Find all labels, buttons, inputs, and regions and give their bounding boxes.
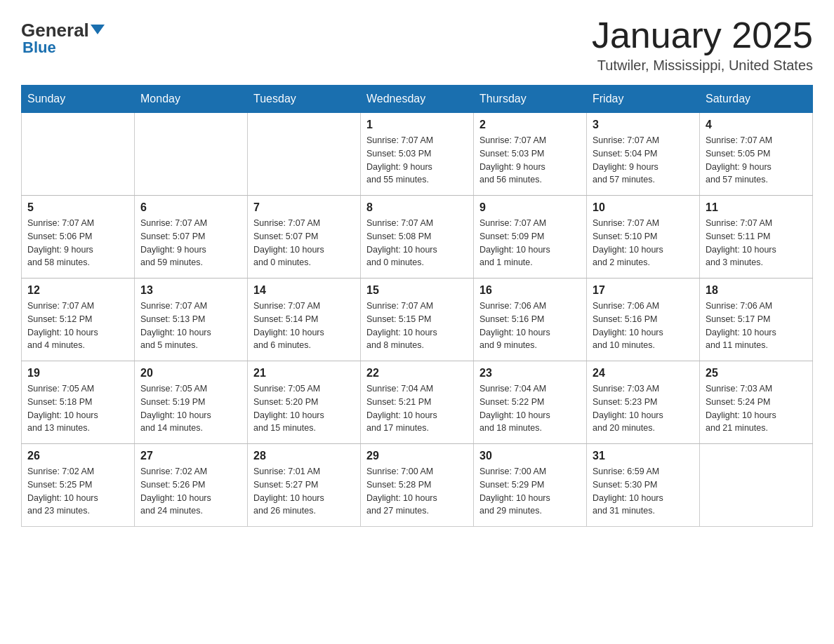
day-info: Sunrise: 7:07 AM Sunset: 5:09 PM Dayligh…	[479, 217, 581, 269]
day-info: Sunrise: 7:07 AM Sunset: 5:11 PM Dayligh…	[706, 217, 807, 269]
calendar-day-cell: 27Sunrise: 7:02 AM Sunset: 5:26 PM Dayli…	[135, 444, 248, 527]
day-info: Sunrise: 7:05 AM Sunset: 5:20 PM Dayligh…	[253, 382, 355, 435]
calendar-day-cell: 15Sunrise: 7:07 AM Sunset: 5:15 PM Dayli…	[361, 279, 474, 361]
calendar-day-cell: 7Sunrise: 7:07 AM Sunset: 5:07 PM Daylig…	[248, 196, 361, 279]
calendar-day-cell: 5Sunrise: 7:07 AM Sunset: 5:06 PM Daylig…	[22, 196, 135, 279]
calendar-header-cell: Wednesday	[361, 86, 474, 113]
calendar-day-cell: 31Sunrise: 6:59 AM Sunset: 5:30 PM Dayli…	[587, 444, 700, 527]
day-info: Sunrise: 7:06 AM Sunset: 5:17 PM Dayligh…	[706, 300, 807, 352]
day-info: Sunrise: 7:03 AM Sunset: 5:23 PM Dayligh…	[593, 382, 694, 435]
calendar-week-row: 12Sunrise: 7:07 AM Sunset: 5:12 PM Dayli…	[22, 279, 813, 361]
calendar-day-cell: 12Sunrise: 7:07 AM Sunset: 5:12 PM Dayli…	[22, 279, 135, 361]
title-area: January 2025 Tutwiler, Mississippi, Unit…	[592, 14, 813, 74]
day-info: Sunrise: 7:07 AM Sunset: 5:14 PM Dayligh…	[253, 300, 355, 352]
calendar-day-cell: 14Sunrise: 7:07 AM Sunset: 5:14 PM Dayli…	[248, 279, 361, 361]
day-number: 3	[593, 119, 694, 131]
logo-arrow-icon	[91, 25, 105, 34]
calendar-header-cell: Monday	[135, 86, 248, 113]
logo: General Blue	[21, 14, 105, 57]
calendar-day-cell: 3Sunrise: 7:07 AM Sunset: 5:04 PM Daylig…	[587, 113, 700, 196]
calendar-day-cell: 17Sunrise: 7:06 AM Sunset: 5:16 PM Dayli…	[587, 279, 700, 361]
calendar-day-cell: 19Sunrise: 7:05 AM Sunset: 5:18 PM Dayli…	[22, 361, 135, 444]
calendar-day-cell: 26Sunrise: 7:02 AM Sunset: 5:25 PM Dayli…	[22, 444, 135, 527]
day-number: 8	[366, 201, 468, 214]
day-info: Sunrise: 7:02 AM Sunset: 5:26 PM Dayligh…	[140, 465, 241, 518]
calendar-header: SundayMondayTuesdayWednesdayThursdayFrid…	[22, 86, 813, 113]
day-number: 27	[140, 450, 241, 462]
day-number: 18	[706, 284, 807, 297]
day-info: Sunrise: 7:07 AM Sunset: 5:10 PM Dayligh…	[593, 217, 694, 269]
calendar-day-cell: 10Sunrise: 7:07 AM Sunset: 5:10 PM Dayli…	[587, 196, 700, 279]
calendar-day-cell	[22, 113, 135, 196]
calendar-day-cell	[248, 113, 361, 196]
calendar-day-cell	[135, 113, 248, 196]
calendar-day-cell: 22Sunrise: 7:04 AM Sunset: 5:21 PM Dayli…	[361, 361, 474, 444]
logo-blue: Blue	[22, 39, 56, 57]
calendar-week-row: 1Sunrise: 7:07 AM Sunset: 5:03 PM Daylig…	[22, 113, 813, 196]
calendar-week-row: 5Sunrise: 7:07 AM Sunset: 5:06 PM Daylig…	[22, 196, 813, 279]
calendar-header-cell: Sunday	[22, 86, 135, 113]
calendar-day-cell: 2Sunrise: 7:07 AM Sunset: 5:03 PM Daylig…	[474, 113, 587, 196]
calendar-header-cell: Thursday	[474, 86, 587, 113]
day-info: Sunrise: 7:07 AM Sunset: 5:06 PM Dayligh…	[27, 217, 128, 269]
day-info: Sunrise: 7:07 AM Sunset: 5:08 PM Dayligh…	[366, 217, 468, 269]
calendar-day-cell: 1Sunrise: 7:07 AM Sunset: 5:03 PM Daylig…	[361, 113, 474, 196]
calendar-day-cell: 28Sunrise: 7:01 AM Sunset: 5:27 PM Dayli…	[248, 444, 361, 527]
day-number: 28	[253, 450, 355, 462]
page-header: General Blue January 2025 Tutwiler, Miss…	[21, 14, 813, 74]
day-number: 6	[140, 201, 241, 214]
day-number: 26	[27, 450, 128, 462]
calendar-day-cell: 6Sunrise: 7:07 AM Sunset: 5:07 PM Daylig…	[135, 196, 248, 279]
day-info: Sunrise: 7:07 AM Sunset: 5:05 PM Dayligh…	[706, 134, 807, 187]
day-number: 9	[479, 201, 581, 214]
calendar-day-cell: 9Sunrise: 7:07 AM Sunset: 5:09 PM Daylig…	[474, 196, 587, 279]
day-number: 17	[593, 284, 694, 297]
day-number: 29	[366, 450, 468, 462]
calendar-day-cell: 25Sunrise: 7:03 AM Sunset: 5:24 PM Dayli…	[700, 361, 813, 444]
day-number: 21	[253, 367, 355, 380]
calendar-header-row: SundayMondayTuesdayWednesdayThursdayFrid…	[22, 86, 813, 113]
day-info: Sunrise: 7:02 AM Sunset: 5:25 PM Dayligh…	[27, 465, 128, 518]
day-number: 10	[593, 201, 694, 214]
day-info: Sunrise: 7:07 AM Sunset: 5:03 PM Dayligh…	[366, 134, 468, 187]
day-number: 7	[253, 201, 355, 214]
day-number: 5	[27, 201, 128, 214]
day-info: Sunrise: 7:04 AM Sunset: 5:21 PM Dayligh…	[366, 382, 468, 435]
calendar-day-cell: 11Sunrise: 7:07 AM Sunset: 5:11 PM Dayli…	[700, 196, 813, 279]
day-number: 19	[27, 367, 128, 380]
day-info: Sunrise: 7:05 AM Sunset: 5:19 PM Dayligh…	[140, 382, 241, 435]
calendar-day-cell: 4Sunrise: 7:07 AM Sunset: 5:05 PM Daylig…	[700, 113, 813, 196]
day-number: 16	[479, 284, 581, 297]
page-title: January 2025	[592, 14, 813, 56]
calendar-header-cell: Saturday	[700, 86, 813, 113]
calendar-day-cell	[700, 444, 813, 527]
day-info: Sunrise: 7:07 AM Sunset: 5:03 PM Dayligh…	[479, 134, 581, 187]
calendar-day-cell: 20Sunrise: 7:05 AM Sunset: 5:19 PM Dayli…	[135, 361, 248, 444]
calendar-header-cell: Friday	[587, 86, 700, 113]
day-info: Sunrise: 7:07 AM Sunset: 5:15 PM Dayligh…	[366, 300, 468, 352]
day-number: 31	[593, 450, 694, 462]
day-info: Sunrise: 7:05 AM Sunset: 5:18 PM Dayligh…	[27, 382, 128, 435]
day-info: Sunrise: 7:03 AM Sunset: 5:24 PM Dayligh…	[706, 382, 807, 435]
calendar-week-row: 26Sunrise: 7:02 AM Sunset: 5:25 PM Dayli…	[22, 444, 813, 527]
day-number: 2	[479, 119, 581, 131]
day-number: 15	[366, 284, 468, 297]
day-info: Sunrise: 7:07 AM Sunset: 5:07 PM Dayligh…	[140, 217, 241, 269]
day-number: 22	[366, 367, 468, 380]
day-info: Sunrise: 6:59 AM Sunset: 5:30 PM Dayligh…	[593, 465, 694, 518]
calendar-day-cell: 18Sunrise: 7:06 AM Sunset: 5:17 PM Dayli…	[700, 279, 813, 361]
calendar-day-cell: 30Sunrise: 7:00 AM Sunset: 5:29 PM Dayli…	[474, 444, 587, 527]
day-number: 24	[593, 367, 694, 380]
day-info: Sunrise: 7:06 AM Sunset: 5:16 PM Dayligh…	[593, 300, 694, 352]
day-info: Sunrise: 7:07 AM Sunset: 5:13 PM Dayligh…	[140, 300, 241, 352]
day-number: 14	[253, 284, 355, 297]
day-info: Sunrise: 7:04 AM Sunset: 5:22 PM Dayligh…	[479, 382, 581, 435]
calendar-table: SundayMondayTuesdayWednesdayThursdayFrid…	[21, 85, 813, 527]
calendar-day-cell: 29Sunrise: 7:00 AM Sunset: 5:28 PM Dayli…	[361, 444, 474, 527]
calendar-day-cell: 23Sunrise: 7:04 AM Sunset: 5:22 PM Dayli…	[474, 361, 587, 444]
day-number: 23	[479, 367, 581, 380]
calendar-day-cell: 8Sunrise: 7:07 AM Sunset: 5:08 PM Daylig…	[361, 196, 474, 279]
calendar-day-cell: 13Sunrise: 7:07 AM Sunset: 5:13 PM Dayli…	[135, 279, 248, 361]
day-number: 30	[479, 450, 581, 462]
day-info: Sunrise: 7:06 AM Sunset: 5:16 PM Dayligh…	[479, 300, 581, 352]
